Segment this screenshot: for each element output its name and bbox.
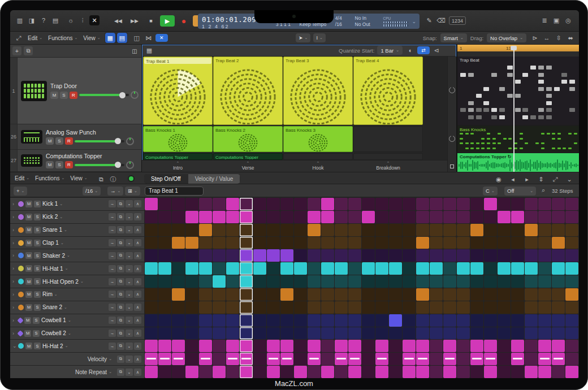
step-cell[interactable] [565, 198, 578, 210]
row-tool-button[interactable]: → [109, 265, 116, 272]
step-cell[interactable] [416, 366, 429, 378]
live-loop-cell-bass-knocks-1[interactable]: Bass Knocks 1 [143, 126, 213, 152]
live-loop-cell-trap-beat-4[interactable]: Trap Beat 4 [353, 57, 423, 125]
step-cell[interactable] [565, 301, 578, 314]
step-cell[interactable] [145, 353, 158, 365]
step-cell[interactable] [552, 288, 565, 301]
step-cell[interactable] [348, 211, 361, 223]
step-cell[interactable] [308, 249, 321, 262]
step-cell[interactable] [552, 314, 565, 327]
step-cell[interactable] [294, 327, 307, 340]
step-cell[interactable] [321, 262, 334, 275]
secondary-tool-selector[interactable]: I ⌄ [313, 33, 325, 42]
step-cell[interactable] [484, 249, 497, 262]
step-cell[interactable] [389, 353, 402, 365]
step-cell[interactable] [267, 366, 280, 378]
row-menu-icon[interactable]: ⌄ [68, 318, 71, 323]
row-tool-button[interactable]: ⧉ [117, 265, 124, 272]
row-menu-icon[interactable]: ⌄ [59, 202, 63, 206]
row-tool-button[interactable]: ⌄ [126, 239, 133, 246]
row-tool-button[interactable]: ⌄ [126, 265, 133, 272]
row-menu-icon[interactable]: ⌄ [65, 344, 68, 348]
step-cell[interactable] [484, 314, 497, 327]
step-cell[interactable] [484, 288, 497, 301]
step-cell[interactable] [280, 237, 293, 249]
row-menu-icon[interactable]: ⌄ [109, 370, 112, 374]
row-tool-button[interactable]: ⌄ [126, 278, 133, 285]
step-cell[interactable] [158, 237, 171, 249]
menu-functions[interactable]: Functions⌄ [48, 35, 77, 41]
step-cell[interactable] [403, 353, 416, 365]
step-cell[interactable] [470, 237, 483, 249]
step-cell[interactable] [213, 340, 226, 352]
solo-button[interactable]: S [60, 92, 68, 99]
step-cell[interactable] [240, 340, 253, 352]
step-cell[interactable] [172, 288, 185, 301]
row-tool-button[interactable]: → [109, 304, 116, 311]
disclosure-icon[interactable]: › [12, 266, 16, 271]
step-cell[interactable] [158, 288, 171, 301]
step-cell[interactable] [294, 301, 307, 314]
step-cell[interactable] [498, 314, 511, 327]
step-cell[interactable] [375, 353, 388, 365]
pencil-icon[interactable]: ✎ [424, 15, 434, 25]
step-cell[interactable] [335, 353, 348, 365]
step-cell[interactable] [185, 237, 198, 249]
step-cell[interactable] [226, 211, 239, 223]
step-cell[interactable] [375, 262, 388, 275]
step-rate-selector[interactable]: /16 ⌄ [83, 187, 101, 196]
step-cell[interactable] [484, 224, 497, 236]
step-cell[interactable] [443, 288, 456, 301]
step-cell[interactable] [362, 288, 375, 301]
row-tool-button[interactable]: ⧉ [117, 317, 124, 324]
step-cell[interactable] [443, 249, 456, 262]
step-cell[interactable] [538, 249, 551, 262]
step-cell[interactable] [308, 224, 321, 236]
step-cell[interactable] [280, 262, 293, 275]
step-cell[interactable] [185, 340, 198, 352]
step-cell[interactable] [145, 237, 158, 249]
step-cell[interactable] [538, 275, 551, 288]
playback-mode-selector[interactable]: → ⌄ [107, 187, 123, 196]
step-cell[interactable] [185, 314, 198, 327]
step-cell[interactable] [226, 198, 239, 210]
step-cell[interactable] [498, 211, 511, 223]
step-cell[interactable] [158, 198, 171, 210]
step-cell[interactable] [199, 275, 212, 288]
step-cell[interactable] [416, 211, 429, 223]
step-cell[interactable] [525, 353, 538, 365]
step-cell[interactable] [145, 198, 158, 210]
row-mute-button[interactable]: M [25, 227, 32, 233]
pan-knob[interactable] [126, 137, 134, 145]
step-cell[interactable] [348, 314, 361, 327]
step-cell[interactable] [565, 353, 578, 365]
step-cell[interactable] [362, 224, 375, 236]
step-cell[interactable] [145, 211, 158, 223]
step-cell[interactable] [443, 366, 456, 378]
row-tool-button[interactable]: ∧ [134, 304, 141, 311]
step-cell[interactable] [172, 224, 185, 236]
step-cell[interactable] [226, 301, 239, 314]
step-cell[interactable] [389, 327, 402, 340]
step-cell[interactable] [362, 275, 375, 288]
step-cell[interactable] [267, 288, 280, 301]
step-cell[interactable] [403, 224, 416, 236]
row-tool-button[interactable]: → [109, 226, 116, 233]
step-cell[interactable] [552, 211, 565, 223]
row-solo-button[interactable]: S [34, 343, 41, 349]
step-cell[interactable] [403, 262, 416, 275]
step-cell[interactable] [498, 237, 511, 249]
step-cell[interactable] [199, 224, 212, 236]
step-cell[interactable] [172, 301, 185, 314]
step-cell[interactable] [240, 288, 253, 301]
step-cell[interactable] [199, 366, 212, 378]
step-cell[interactable] [348, 237, 361, 249]
step-cell[interactable] [552, 366, 565, 378]
rewind-button[interactable]: ◀◀ [111, 15, 126, 27]
step-cell[interactable] [308, 275, 321, 288]
step-cell[interactable] [484, 262, 497, 275]
step-cell[interactable] [185, 249, 198, 262]
step-cell[interactable] [403, 366, 416, 378]
play-button[interactable]: ▶ [160, 15, 175, 27]
step-cell[interactable] [267, 314, 280, 327]
